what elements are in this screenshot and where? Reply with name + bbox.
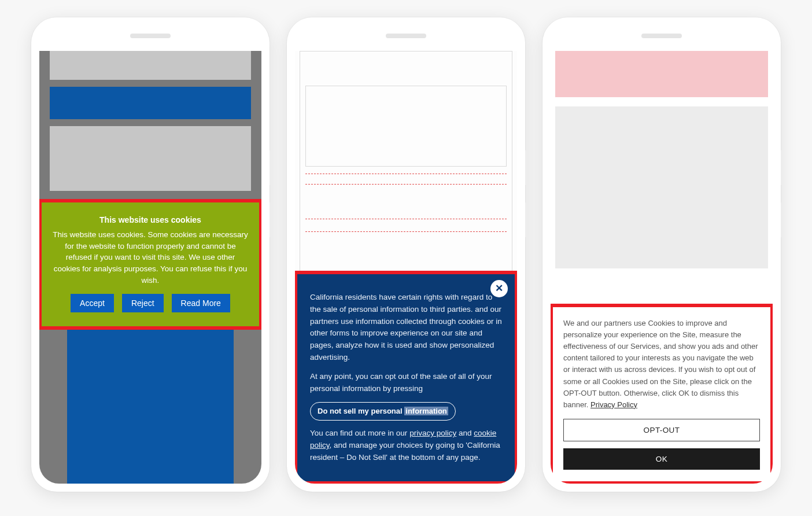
- screen-3: We and our partners use Cookies to impro…: [551, 51, 773, 484]
- side-button-icon: [781, 150, 783, 185]
- banner-paragraph: You can find out more in our privacy pol…: [310, 427, 502, 464]
- close-icon[interactable]: ✕: [490, 280, 508, 297]
- speaker-icon: [386, 34, 426, 38]
- consent-highlight: This website uses cookies This website u…: [39, 199, 261, 330]
- opt-out-button[interactable]: OPT-OUT: [563, 419, 760, 441]
- banner-body: This website uses cookies. Some cookies …: [52, 229, 249, 286]
- reject-button[interactable]: Reject: [122, 294, 164, 312]
- banner-text: , and manage your choices by going to 'C…: [310, 441, 500, 462]
- layout-block: [50, 87, 251, 119]
- side-button-icon: [270, 150, 272, 185]
- banner-buttons: OPT-OUT OK: [563, 419, 760, 470]
- consent-highlight: ✕ California residents have certain righ…: [295, 271, 517, 484]
- banner-paragraph: At any point, you can opt out of the sal…: [310, 371, 502, 395]
- banner-title: This website uses cookies: [52, 214, 249, 226]
- accept-button[interactable]: Accept: [71, 294, 114, 312]
- layout-block: [67, 329, 234, 484]
- button-label-highlight: information: [404, 407, 448, 415]
- banner-text: California residents have certain rights…: [310, 293, 492, 314]
- page-background: ✕ California residents have certain righ…: [295, 51, 517, 484]
- layout-block: [305, 174, 507, 174]
- page-background: This website uses cookies This website u…: [39, 51, 261, 484]
- banner-paragraph: We and our partners use Cookies to impro…: [563, 318, 760, 411]
- layout-block: [555, 51, 768, 97]
- layout-block: [50, 51, 251, 80]
- banner-text: We and our partners use Cookies to impro…: [563, 319, 758, 409]
- banner-text: You can find out more in our: [310, 429, 409, 437]
- layout-block: [305, 231, 507, 232]
- layout-block: [305, 184, 507, 185]
- layout-block: [305, 219, 507, 219]
- button-label: Do not sell my personal: [318, 407, 404, 415]
- cookie-consent-banner: We and our partners use Cookies to impro…: [553, 307, 770, 481]
- banner-paragraph: California residents have certain rights…: [310, 292, 502, 364]
- side-button-icon: [525, 202, 527, 237]
- speaker-icon: [641, 34, 682, 38]
- do-not-sell-button[interactable]: Do not sell my personal information: [310, 402, 456, 421]
- layout-block: [50, 126, 251, 191]
- page-background: We and our partners use Cookies to impro…: [551, 51, 773, 484]
- layout-block: [305, 86, 507, 167]
- consent-highlight: We and our partners use Cookies to impro…: [551, 304, 773, 484]
- speaker-icon: [130, 34, 171, 38]
- side-button-icon: [525, 150, 527, 185]
- phone-frame-2: ✕ California residents have certain righ…: [287, 17, 525, 492]
- side-button-icon: [781, 202, 783, 237]
- layout-block: [555, 106, 768, 268]
- screen-1: This website uses cookies This website u…: [39, 51, 261, 484]
- side-button-icon: [270, 202, 272, 237]
- ccpa-consent-banner: ✕ California residents have certain righ…: [297, 274, 515, 481]
- ok-button[interactable]: OK: [563, 448, 760, 470]
- privacy-policy-link[interactable]: Privacy Policy: [590, 400, 637, 409]
- banner-text: and: [456, 429, 474, 437]
- banner-paragraph: Do not sell my personal information: [310, 402, 502, 421]
- read-more-button[interactable]: Read More: [172, 294, 230, 312]
- phone-frame-1: This website uses cookies This website u…: [31, 17, 270, 492]
- cookie-consent-banner: This website uses cookies This website u…: [42, 202, 259, 326]
- privacy-policy-link[interactable]: privacy policy: [409, 429, 456, 437]
- banner-buttons: Accept Reject Read More: [52, 294, 249, 312]
- screen-2: ✕ California residents have certain righ…: [295, 51, 517, 484]
- phone-frame-3: We and our partners use Cookies to impro…: [542, 17, 781, 492]
